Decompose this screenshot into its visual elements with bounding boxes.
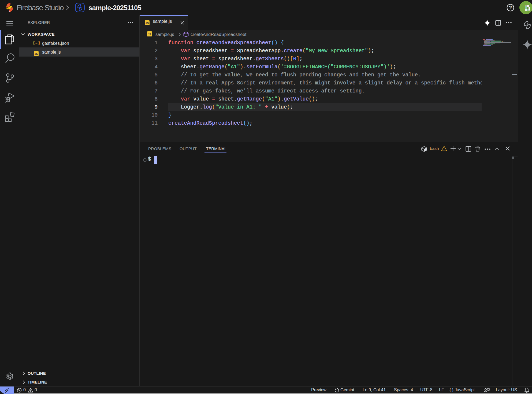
svg-text:?: ? (509, 5, 512, 10)
